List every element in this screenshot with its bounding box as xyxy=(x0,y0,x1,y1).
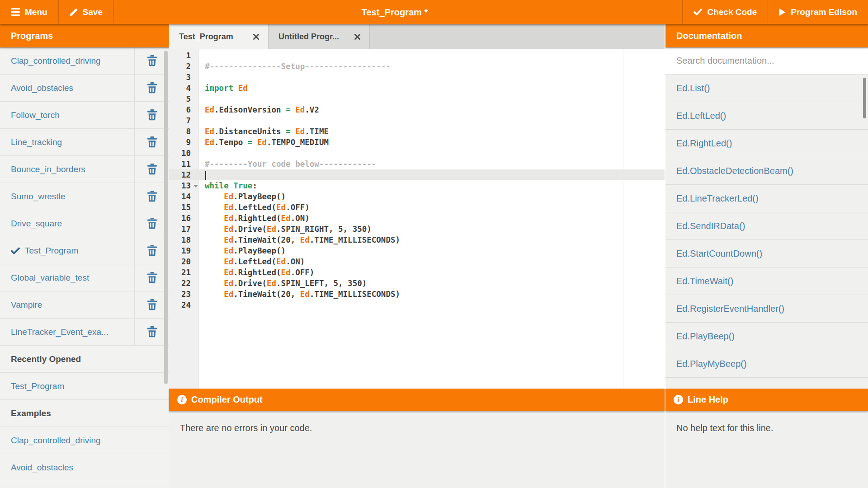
code-token: Ed xyxy=(300,290,310,299)
doc-link[interactable]: Ed.List() xyxy=(676,83,710,94)
trash-icon xyxy=(147,299,157,310)
code-line: 9Ed.Tempo = Ed.TEMPO_MEDIUM xyxy=(169,137,665,148)
doc-link[interactable]: Ed.RegisterEventHandler() xyxy=(676,304,784,314)
code-token: .Tempo xyxy=(214,138,248,147)
doc-link[interactable]: Ed.TimeWait() xyxy=(676,276,733,286)
save-label: Save xyxy=(83,7,103,17)
code-token xyxy=(205,268,224,277)
doc-link[interactable]: Ed.RightLed() xyxy=(676,138,732,149)
sidebar-program-row: Avoid_obstacles xyxy=(0,454,169,481)
sidebar-program-row: LineTracker_Event_exa... xyxy=(0,319,169,346)
program-link[interactable]: Clap_controlled_driving xyxy=(11,436,101,446)
code-token xyxy=(205,257,224,266)
program-link[interactable]: Avoid_obstacles xyxy=(11,463,73,473)
doc-item: Ed.TimeWait() xyxy=(665,267,868,295)
line-number: 17 xyxy=(169,224,199,235)
program-link[interactable]: Line_tracking xyxy=(11,137,62,147)
fold-arrow-icon[interactable] xyxy=(193,185,198,188)
code-text: Ed.Drive(Ed.SPIN_RIGHT, 5, 350) xyxy=(199,224,372,235)
sidebar-row-label-cell: Clap_controlled_driving xyxy=(0,47,134,74)
code-line: 12 xyxy=(169,169,665,180)
code-line: 19 Ed.PlayBeep() xyxy=(169,245,665,256)
code-token: Ed xyxy=(276,203,286,212)
check-code-label: Check Code xyxy=(707,7,757,17)
program-link[interactable]: Global_variable_test xyxy=(11,273,89,283)
sidebar-program-row: Global_variable_test xyxy=(0,264,169,291)
program-link[interactable]: Follow_torch xyxy=(11,110,60,120)
line-help-label: Line Help xyxy=(688,394,728,405)
code-line: 5 xyxy=(169,94,665,104)
code-text: Ed.TimeWait(20, Ed.TIME_MILLISECONDS) xyxy=(199,289,400,300)
line-number: 12 xyxy=(169,169,199,180)
code-token: Ed xyxy=(224,290,233,299)
code-text: Ed.PlayBeep() xyxy=(199,191,286,202)
doc-link[interactable]: Ed.SendIRData() xyxy=(676,221,745,231)
line-number: 5 xyxy=(169,94,199,104)
program-link[interactable]: Bounce_in_borders xyxy=(11,164,85,174)
code-token: .PlayBeep() xyxy=(233,246,286,255)
tab-test-program[interactable]: Test_Program xyxy=(169,24,269,49)
doc-link[interactable]: Ed.LineTrackerLed() xyxy=(676,193,759,204)
code-editor[interactable]: 12#---------------Setup-----------------… xyxy=(169,49,665,389)
code-token: Ed xyxy=(205,138,214,147)
code-token xyxy=(205,235,224,244)
code-token: .PlayBeep() xyxy=(233,192,286,201)
program-link[interactable]: Test_Program xyxy=(25,246,78,256)
sidebar-row-label-cell: Test_Program xyxy=(0,373,169,399)
documentation-scrollbar[interactable] xyxy=(863,78,866,118)
code-token: Ed xyxy=(205,127,214,136)
code-token xyxy=(291,127,296,136)
code-line: 2#---------------Setup------------------ xyxy=(169,61,665,72)
sidebar-row-label-cell: Vampire xyxy=(0,291,134,318)
code-text xyxy=(199,50,205,61)
code-token: Ed xyxy=(224,225,233,234)
code-line: 16 Ed.RightLed(Ed.ON) xyxy=(169,213,665,224)
trash-icon xyxy=(147,191,157,202)
line-number: 3 xyxy=(169,72,199,83)
sidebar-row-label-cell xyxy=(0,481,169,488)
tab-untitled-progr[interactable]: Untitled Progr... xyxy=(269,24,370,49)
code-token: .RightLed( xyxy=(233,214,281,223)
line-number: 10 xyxy=(169,148,199,159)
program-link[interactable]: Vampire xyxy=(11,300,42,310)
program-link[interactable]: Drive_square xyxy=(11,219,62,229)
code-line: 10 xyxy=(169,148,665,159)
documentation-panel: Documentation Ed.List()Ed.LeftLed()Ed.Ri… xyxy=(665,24,868,389)
sidebar-program-row: Line_tracking xyxy=(0,129,169,156)
code-text: Ed.Drive(Ed.SPIN_LEFT, 5, 350) xyxy=(199,278,367,289)
sidebar-scrollbar[interactable] xyxy=(164,51,168,384)
documentation-header: Documentation xyxy=(665,24,868,47)
save-button[interactable]: Save xyxy=(59,0,114,24)
doc-link[interactable]: Ed.StartCountDown() xyxy=(676,249,762,259)
code-token xyxy=(233,84,238,93)
code-line: 14 Ed.PlayBeep() xyxy=(169,191,665,202)
program-link[interactable]: Clap_controlled_driving xyxy=(11,56,101,66)
doc-link[interactable]: Ed.PlayBeep() xyxy=(676,331,735,342)
program-link[interactable]: Avoid_obstacles xyxy=(11,83,73,93)
code-text xyxy=(199,300,205,310)
doc-link[interactable]: Ed.ObstacleDetectionBeam() xyxy=(676,166,793,176)
code-token: Ed xyxy=(267,279,276,288)
program-link[interactable]: Test_Program xyxy=(11,381,64,391)
documentation-search-input[interactable] xyxy=(665,47,868,74)
tab-close-icon[interactable] xyxy=(354,34,360,40)
code-token: .LeftLed( xyxy=(233,257,276,266)
program-link[interactable]: Sumo_wrestle xyxy=(11,192,65,202)
line-number: 21 xyxy=(169,267,199,278)
doc-link[interactable]: Ed.LeftLed() xyxy=(676,111,726,121)
line-number: 16 xyxy=(169,213,199,224)
tab-close-icon[interactable] xyxy=(253,34,259,40)
code-token: = xyxy=(248,138,253,147)
code-text xyxy=(199,148,205,159)
programs-header-label: Programs xyxy=(11,31,53,41)
program-edison-button[interactable]: Program Edison xyxy=(768,0,868,24)
menu-button[interactable]: Menu xyxy=(0,0,59,24)
doc-link[interactable]: Ed.PlayMyBeep() xyxy=(676,359,747,369)
trash-icon xyxy=(147,164,157,175)
code-text xyxy=(199,94,205,104)
code-line: 23 Ed.TimeWait(20, Ed.TIME_MILLISECONDS) xyxy=(169,289,665,300)
program-link[interactable]: LineTracker_Event_exa... xyxy=(11,327,108,337)
code-text: Ed.LeftLed(Ed.ON) xyxy=(199,256,305,267)
window-title: Test_Program * xyxy=(362,0,428,24)
check-code-button[interactable]: Check Code xyxy=(682,0,768,24)
